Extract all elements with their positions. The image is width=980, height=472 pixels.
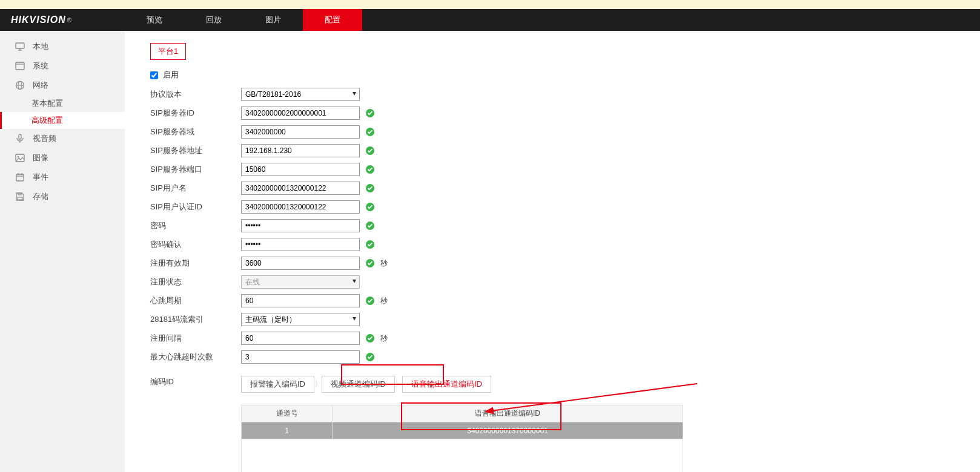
sip-id-input[interactable]: [241, 107, 360, 120]
check-icon: [365, 183, 376, 194]
pwd2-input[interactable]: [241, 238, 360, 251]
check-icon: [365, 258, 376, 269]
svg-rect-3: [16, 62, 24, 70]
enable-row: 启用: [150, 70, 980, 80]
sidebar: 本地 系统 网络 基本配置 高级配置 视音频 图像: [0, 31, 125, 472]
heartbeat-input[interactable]: [241, 294, 360, 307]
svg-rect-12: [16, 174, 24, 181]
reg-interval-input[interactable]: [241, 332, 360, 345]
check-icon: [365, 202, 376, 212]
subtab-platform1[interactable]: 平台1: [150, 43, 186, 60]
svg-point-11: [18, 156, 19, 157]
check-icon: [365, 295, 376, 306]
logo-reg-icon: ®: [67, 17, 71, 24]
crumb-audio[interactable]: 语音输出通道编码ID: [402, 376, 491, 393]
sidebar-image[interactable]: 图像: [0, 148, 125, 168]
nav-preview[interactable]: 预览: [125, 9, 184, 31]
chevron-right-icon: 〉: [395, 379, 402, 390]
table-row[interactable]: 1 34020000001370000001: [242, 422, 683, 439]
protocol-label: 协议版本: [150, 89, 241, 100]
sidebar-av[interactable]: 视音频: [0, 129, 125, 148]
crumb-video[interactable]: 视频通道编码ID: [322, 376, 395, 393]
sub-tabs: 平台1: [150, 43, 980, 60]
svg-rect-8: [19, 134, 21, 139]
sip-addr-label: SIP服务器地址: [150, 145, 241, 156]
sidebar-local[interactable]: 本地: [0, 37, 125, 56]
content: 平台1 启用 协议版本 GB/T28181-2016 SIP服务器ID SIP服…: [125, 31, 980, 472]
max-hb-label: 最大心跳超时次数: [150, 352, 241, 362]
stream-select[interactable]: 主码流（定时）: [241, 313, 360, 326]
sip-addr-input[interactable]: [241, 144, 360, 157]
check-icon: [365, 126, 376, 137]
enable-label: 启用: [163, 70, 179, 80]
encode-table: 通道号 语音输出通道编码ID 1 34020000001370000001: [241, 405, 683, 472]
cell-channel: 1: [242, 422, 333, 439]
sip-user-label: SIP用户名: [150, 183, 241, 194]
sidebar-network[interactable]: 网络: [0, 76, 125, 95]
check-icon: [365, 164, 376, 175]
globe-icon: [15, 80, 25, 91]
logo-text: HIKVISION: [11, 15, 66, 25]
check-icon: [365, 239, 376, 250]
unit-sec: 秒: [380, 333, 388, 344]
monitor-icon: [15, 41, 25, 52]
pwd2-label: 密码确认: [150, 239, 241, 250]
calendar-icon: [15, 172, 25, 183]
mic-icon: [15, 133, 25, 144]
save-icon: [15, 191, 25, 202]
sidebar-network-label: 网络: [33, 80, 48, 91]
sip-port-label: SIP服务器端口: [150, 164, 241, 175]
check-icon: [365, 352, 376, 362]
sip-user-input[interactable]: [241, 182, 360, 195]
table-empty-area: [241, 439, 683, 472]
sidebar-network-basic[interactable]: 基本配置: [0, 95, 125, 112]
image-icon: [15, 152, 25, 163]
check-icon: [365, 145, 376, 156]
sip-auth-input[interactable]: [241, 200, 360, 214]
window-icon: [15, 61, 25, 71]
nav-playback[interactable]: 回放: [184, 9, 243, 31]
sip-id-label: SIP服务器ID: [150, 108, 241, 119]
browser-strip: [0, 0, 980, 9]
check-icon: [365, 333, 376, 344]
sip-port-input[interactable]: [241, 163, 360, 176]
svg-rect-17: [18, 193, 21, 195]
sidebar-event[interactable]: 事件: [0, 168, 125, 187]
check-icon: [365, 108, 376, 119]
reg-status-select: 在线: [241, 275, 360, 289]
encode-id-tabs: 报警输入编码ID 〉 视频通道编码ID 〉 语音输出通道编码ID: [241, 376, 491, 393]
sidebar-av-label: 视音频: [33, 133, 56, 144]
chevron-right-icon: 〉: [314, 379, 322, 390]
sidebar-image-label: 图像: [33, 152, 48, 163]
logo: HIKVISION ®: [0, 9, 125, 31]
check-icon: [365, 220, 376, 231]
crumb-alarm[interactable]: 报警输入编码ID: [241, 376, 314, 393]
encode-id-label: 编码ID: [150, 376, 241, 387]
sidebar-network-adv[interactable]: 高级配置: [0, 112, 125, 129]
sidebar-local-label: 本地: [33, 41, 48, 52]
pwd-input[interactable]: [241, 219, 360, 232]
header: HIKVISION ® 预览 回放 图片 配置: [0, 9, 980, 31]
unit-sec: 秒: [380, 258, 388, 269]
sidebar-system[interactable]: 系统: [0, 56, 125, 76]
sip-auth-label: SIP用户认证ID: [150, 202, 241, 212]
stream-label: 28181码流索引: [150, 314, 241, 325]
th-audio-id: 语音输出通道编码ID: [333, 405, 683, 422]
heartbeat-label: 心跳周期: [150, 295, 241, 306]
max-hb-input[interactable]: [241, 350, 360, 364]
nav-tabs: 预览 回放 图片 配置: [125, 9, 362, 31]
svg-rect-16: [18, 197, 22, 200]
sidebar-system-label: 系统: [33, 61, 48, 71]
sidebar-storage[interactable]: 存储: [0, 187, 125, 206]
enable-checkbox[interactable]: [150, 71, 158, 79]
nav-image[interactable]: 图片: [243, 9, 303, 31]
reg-valid-input[interactable]: [241, 257, 360, 270]
sidebar-storage-label: 存储: [33, 191, 48, 202]
protocol-select[interactable]: GB/T28181-2016: [241, 88, 360, 101]
unit-sec: 秒: [380, 296, 388, 306]
sip-domain-input[interactable]: [241, 125, 360, 139]
svg-rect-0: [16, 43, 24, 48]
sidebar-event-label: 事件: [33, 172, 48, 183]
nav-config[interactable]: 配置: [303, 9, 362, 31]
sip-domain-label: SIP服务器域: [150, 126, 241, 137]
